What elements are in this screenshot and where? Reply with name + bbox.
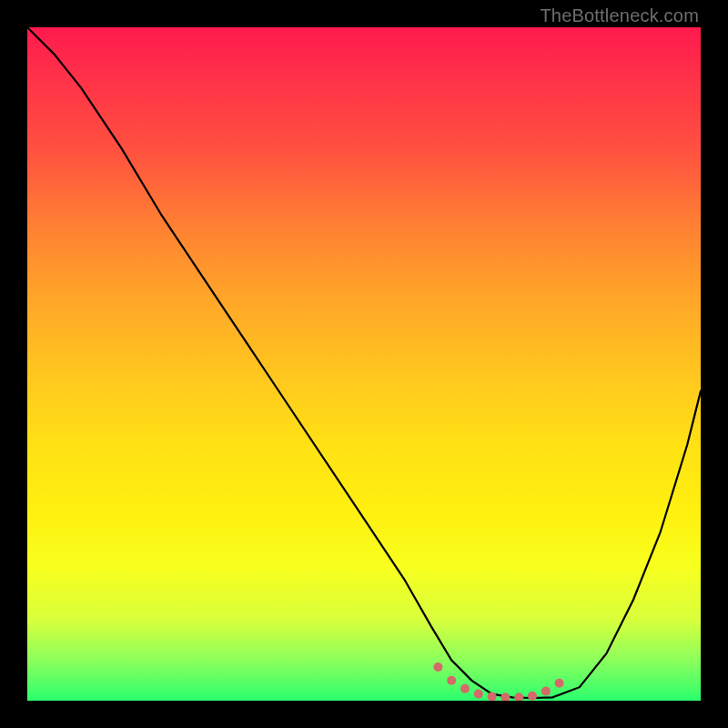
watermark-text: TheBottleneck.com: [540, 5, 699, 26]
plot-area: [27, 27, 701, 701]
marker-dot: [460, 684, 470, 693]
marker-dot: [474, 690, 483, 699]
chart-svg: [27, 27, 701, 701]
marker-dot: [514, 693, 523, 701]
marker-dot: [433, 662, 442, 672]
marker-dot: [555, 679, 564, 688]
marker-dot: [541, 687, 551, 696]
marker-dot: [500, 693, 510, 701]
marker-dot: [447, 676, 456, 685]
marker-dot: [488, 693, 497, 701]
marker-dot: [528, 692, 537, 701]
curve-line: [27, 27, 701, 698]
